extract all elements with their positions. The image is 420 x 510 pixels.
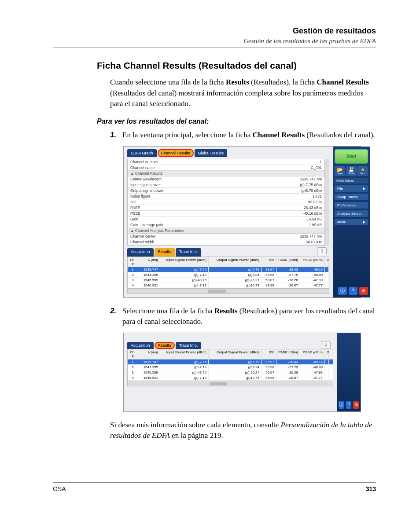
- horizontal-scrollbar[interactable]: [128, 288, 329, 294]
- prop-value: 1539.747 nm: [287, 177, 322, 181]
- col-psse[interactable]: PSSE (dBm): [300, 257, 325, 267]
- tab-global-results[interactable]: Global Results: [195, 149, 228, 157]
- menu-swap-traces[interactable]: Swap Traces: [335, 194, 368, 200]
- table-row[interactable]: 31545.509(p)-43.75(p)-26.2750.07-26.28-4…: [128, 278, 329, 283]
- chevron-right-icon: ▶: [363, 220, 365, 224]
- prop-label: Channel width: [130, 240, 287, 244]
- help-button[interactable]: ?: [349, 287, 357, 295]
- close-button[interactable]: ⊗: [359, 287, 368, 295]
- header-divider: [53, 48, 376, 48]
- cell: (p)8.24: [209, 365, 262, 370]
- section-heading: Ficha Channel Results (Resultados del ca…: [97, 60, 376, 71]
- channel-properties-table: Channel number1 Channel nameC_001 ▲ Chan…: [127, 159, 325, 246]
- cell: (p)-26.27: [209, 370, 262, 375]
- col-s-percent[interactable]: S%: [262, 349, 276, 359]
- horizontal-scrollbar[interactable]: [128, 381, 333, 386]
- cell: 1541.355: [138, 272, 160, 277]
- arrow-down-icon: ⇩: [320, 248, 324, 254]
- tab-results[interactable]: Results: [155, 248, 175, 257]
- bold-text: Channel Results: [317, 78, 369, 86]
- close-icon: ⊗: [354, 402, 358, 407]
- table-row[interactable]: 41546.921(p)-7.12(p)10.7399.98-26.07-47.…: [128, 283, 329, 288]
- col-pase[interactable]: PASE (dBm): [276, 257, 300, 267]
- cell: 2: [128, 272, 138, 277]
- col-output-power[interactable]: Output Signal Power (dBm): [209, 257, 262, 267]
- col-output-power[interactable]: Output Signal Power (dBm): [209, 349, 262, 359]
- cell: -49.16: [300, 360, 325, 364]
- fav-button[interactable]: ★Fav.: [357, 166, 368, 176]
- cell: (p)-26.27: [209, 278, 262, 283]
- tab-trace-info[interactable]: Trace Info.: [176, 248, 202, 257]
- menu-analysis-setup[interactable]: Analysis Setup...: [335, 210, 368, 217]
- cell: (p)10.73: [209, 375, 262, 380]
- icon-label: Save: [348, 172, 354, 175]
- col-ch[interactable]: Ch. #: [128, 349, 138, 359]
- table-row[interactable]: 41546.921(p)-7.12(p)10.7399.98-26.07-47.…: [128, 375, 333, 381]
- expand-down-button[interactable]: ⇩: [321, 341, 331, 349]
- vertical-scrollbar[interactable]: [325, 159, 329, 246]
- expand-down-button[interactable]: ⇩: [317, 247, 327, 255]
- prop-label: Channel name: [130, 165, 287, 170]
- menu-mode[interactable]: Mode▶: [335, 219, 368, 225]
- tab-edfa-graph[interactable]: EDFA Graph: [127, 149, 157, 157]
- col-ch[interactable]: Ch. #: [128, 257, 138, 267]
- info-button[interactable]: ⓘ: [338, 287, 347, 295]
- open-button[interactable]: 📂Open: [335, 166, 345, 176]
- text: Cuando seleccione una fila de la ficha: [110, 78, 226, 86]
- page-number: 313: [366, 485, 376, 492]
- sub-tab-bar: Acquisition Results Trace Info. ⇩: [127, 342, 333, 349]
- prop-label: PASE: [130, 205, 287, 210]
- step-2: 2. Seleccione una fila de la ficha Resul…: [110, 306, 376, 327]
- prop-label: Gain: [130, 217, 287, 221]
- cell: (p)8.24: [209, 272, 262, 277]
- cell: 99.97: [262, 360, 276, 364]
- cell: 99.98: [262, 283, 276, 288]
- tab-trace-info[interactable]: Trace Info.: [176, 342, 202, 349]
- cell: -47.93: [300, 370, 325, 375]
- cell: -26.28: [276, 370, 300, 375]
- menu-preferences[interactable]: Preferences...: [335, 202, 368, 209]
- cell: 99.98: [262, 375, 276, 380]
- info-button[interactable]: ⓘ: [339, 401, 344, 409]
- col-input-power[interactable]: Input Signal Power (dBm): [160, 257, 209, 267]
- col-g[interactable]: G: [325, 349, 329, 359]
- prop-group-analysis-params[interactable]: ▲ Channel Analysis Parameters: [128, 228, 324, 234]
- step-1: 1. En la ventana principal, seleccione l…: [110, 130, 376, 141]
- folder-icon: 📂: [337, 167, 343, 172]
- help-button[interactable]: ?: [346, 401, 352, 409]
- col-s-percent[interactable]: S%: [262, 257, 276, 267]
- table-row[interactable]: 21541.355(p)-7.18(p)8.2499.98-27.79-48.8…: [128, 272, 329, 278]
- table-row[interactable]: 31545.509(p)-43.75(p)-26.2750.07-26.28-4…: [128, 370, 333, 375]
- prop-value: (p)-7.75 dBm: [287, 183, 322, 187]
- table-row[interactable]: 21541.355(p)-7.18(p)8.2499.98-27.79-48.8…: [128, 365, 333, 370]
- prop-label: S%: [130, 200, 287, 204]
- cell: 50.07: [262, 278, 276, 283]
- col-input-power[interactable]: Input Signal Power (dBm): [160, 349, 209, 359]
- table-row[interactable]: 11539.747(p)-7.75(p)6.7999.97-28.43-49.1…: [128, 360, 333, 365]
- sub-tab-bar: Acquisition Results Trace Info. ⇩: [127, 248, 329, 257]
- col-wavelength[interactable]: λ (nm): [138, 257, 160, 267]
- menu-file[interactable]: File▶: [335, 185, 368, 192]
- start-button[interactable]: Start: [335, 149, 368, 164]
- col-psse[interactable]: PSSE (dBm): [300, 349, 325, 359]
- cell: 1539.747: [138, 267, 160, 272]
- screenshot-1: EDFA Graph Channel Results Global Result…: [123, 146, 361, 298]
- col-pase[interactable]: PASE (dBm): [276, 349, 300, 359]
- col-g[interactable]: G: [325, 257, 329, 267]
- cell: -26.07: [276, 283, 300, 288]
- table-row[interactable]: 11539.747(p)-7.75(p)6.7999.97-28.43-49.1…: [128, 267, 329, 272]
- prop-group-channel-results[interactable]: ▲ Channel Results: [128, 171, 324, 176]
- prop-label: Gain - average gain: [130, 223, 287, 227]
- tab-acquisition[interactable]: Acquisition: [127, 342, 154, 349]
- close-button[interactable]: ⊗: [353, 401, 359, 409]
- icon-label: Open: [337, 172, 343, 175]
- tab-results[interactable]: Results: [155, 342, 175, 349]
- tab-acquisition[interactable]: Acquisition: [127, 248, 154, 257]
- col-wavelength[interactable]: λ (nm): [138, 349, 160, 359]
- cell: 99.98: [262, 365, 276, 370]
- cell: -27.79: [276, 365, 300, 370]
- tab-channel-results[interactable]: Channel Results: [158, 149, 194, 157]
- help-icon: ?: [352, 288, 354, 293]
- cell: -26.28: [276, 278, 300, 283]
- save-button[interactable]: 💾Save: [346, 166, 357, 176]
